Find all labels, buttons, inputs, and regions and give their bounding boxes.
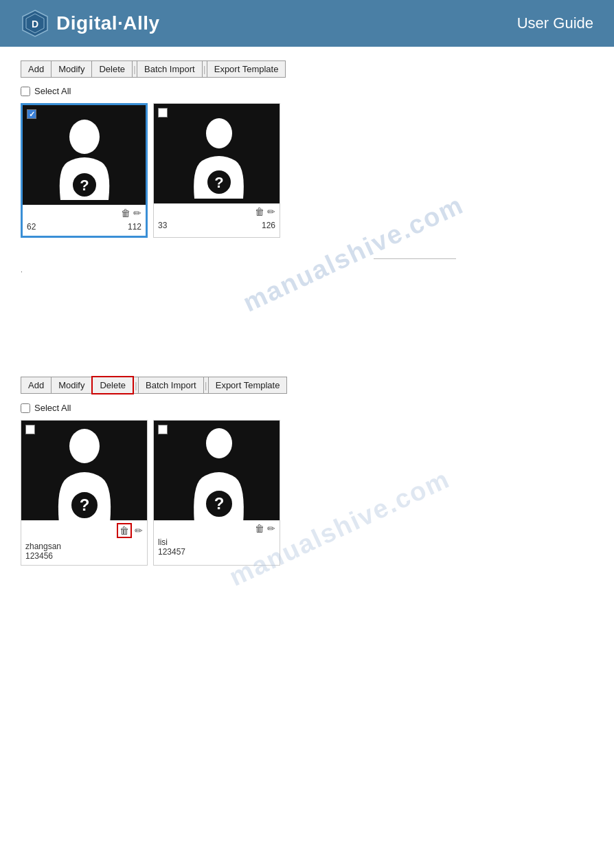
person-silhouette-3: ? <box>47 417 122 524</box>
cards-grid-1: ? 🗑 ✏ 62 112 <box>21 103 593 238</box>
card-3-trash-icon[interactable]: 🗑 <box>117 523 132 538</box>
section-1: Add Modify Delete | Batch Import | Expor… <box>21 60 593 238</box>
section-divider <box>374 258 456 259</box>
logo-text: Digital·Ally <box>56 12 160 34</box>
toolbar-1: Add Modify Delete | Batch Import | Expor… <box>21 60 593 78</box>
card-1-id: 112 <box>128 222 141 232</box>
card-2-checkbox[interactable] <box>158 108 168 118</box>
svg-point-9 <box>69 429 100 463</box>
card-2-id: 126 <box>262 221 275 230</box>
svg-point-6 <box>206 118 232 148</box>
logo: D Digital·Ally <box>21 9 160 38</box>
card-3-image: ? <box>21 421 147 520</box>
batch-import-button-1[interactable]: Batch Import <box>137 60 203 78</box>
card-1-edit-icon[interactable]: ✏ <box>133 208 141 219</box>
card-2-trash-icon[interactable]: 🗑 <box>255 206 264 217</box>
card-3-edit-icon[interactable]: ✏ <box>135 525 143 536</box>
select-all-checkbox-2[interactable] <box>21 403 30 413</box>
card-4[interactable]: ? 🗑 ✏ lisi 123457 <box>153 420 280 566</box>
select-all-checkbox-1[interactable] <box>21 87 30 96</box>
card-3-info: zhangsan 123456 <box>21 540 147 565</box>
select-all-label-2[interactable]: Select All <box>34 403 71 413</box>
card-3-id: 123456 <box>25 551 143 561</box>
cards-grid-2: ? 🗑 ✏ zhangsan 123456 <box>21 420 593 566</box>
modify-button-2[interactable]: Modify <box>51 377 92 394</box>
toolbar-2: Add Modify Delete | Batch Import | Expor… <box>21 376 593 394</box>
card-2-info-row: 33 126 <box>158 221 275 230</box>
card-4-trash-icon[interactable]: 🗑 <box>255 523 264 534</box>
card-1-info-row: 62 112 <box>27 222 141 232</box>
card-1-info: 62 112 <box>23 221 146 236</box>
card-1-image: ? <box>23 105 146 205</box>
person-silhouette-2: ? <box>179 109 255 199</box>
person-silhouette-4: ? <box>179 417 255 524</box>
delete-button-1[interactable]: Delete <box>91 60 133 78</box>
header: D Digital·Ally User Guide <box>0 0 614 47</box>
batch-import-button-2[interactable]: Batch Import <box>138 377 204 394</box>
card-3-checkbox[interactable] <box>25 425 35 434</box>
svg-text:D: D <box>32 19 38 30</box>
card-3-name: zhangsan <box>25 542 143 551</box>
card-1-name: 62 <box>27 222 36 232</box>
add-button-1[interactable]: Add <box>21 60 52 78</box>
person-silhouette-1: ? <box>47 111 122 200</box>
card-4-image: ? <box>154 421 280 520</box>
select-all-label-1[interactable]: Select All <box>34 86 71 96</box>
card-4-edit-icon[interactable]: ✏ <box>267 523 275 534</box>
modify-button-1[interactable]: Modify <box>51 60 92 78</box>
svg-text:?: ? <box>79 496 89 514</box>
select-all-row-1: Select All <box>21 86 593 96</box>
export-template-button-1[interactable]: Export Template <box>207 60 286 78</box>
card-2-actions: 🗑 ✏ <box>154 203 280 219</box>
card-2-info: 33 126 <box>154 219 280 234</box>
add-button-2[interactable]: Add <box>21 377 52 394</box>
small-marker: · <box>21 268 23 276</box>
card-4-info: lisi 123457 <box>154 536 280 561</box>
select-all-row-2: Select All <box>21 403 593 413</box>
spacer-1: · <box>21 266 593 293</box>
main-content: Add Modify Delete | Batch Import | Expor… <box>0 47 614 600</box>
card-2-edit-icon[interactable]: ✏ <box>267 206 275 217</box>
logo-icon: D <box>21 9 49 38</box>
card-3[interactable]: ? 🗑 ✏ zhangsan 123456 <box>21 420 148 566</box>
card-1-checkbox[interactable] <box>27 109 36 119</box>
card-1[interactable]: ? 🗑 ✏ 62 112 <box>21 103 148 238</box>
svg-text:?: ? <box>80 177 89 194</box>
card-4-id: 123457 <box>158 547 275 557</box>
card-4-checkbox[interactable] <box>158 425 168 434</box>
delete-button-2[interactable]: Delete <box>91 376 134 394</box>
svg-text:?: ? <box>214 494 224 513</box>
card-1-trash-icon[interactable]: 🗑 <box>121 208 130 219</box>
export-template-button-2[interactable]: Export Template <box>208 377 288 394</box>
card-2[interactable]: ? 🗑 ✏ 33 126 <box>153 103 280 238</box>
card-2-image: ? <box>154 104 280 203</box>
svg-point-3 <box>69 120 100 154</box>
svg-point-12 <box>206 428 232 458</box>
svg-text:?: ? <box>214 174 223 191</box>
card-4-name: lisi <box>158 537 275 547</box>
card-1-actions: 🗑 ✏ <box>23 205 146 221</box>
spacer-2 <box>21 293 593 376</box>
card-2-name: 33 <box>158 221 167 230</box>
header-title: User Guide <box>517 14 593 32</box>
section-2: Add Modify Delete | Batch Import | Expor… <box>21 376 593 566</box>
